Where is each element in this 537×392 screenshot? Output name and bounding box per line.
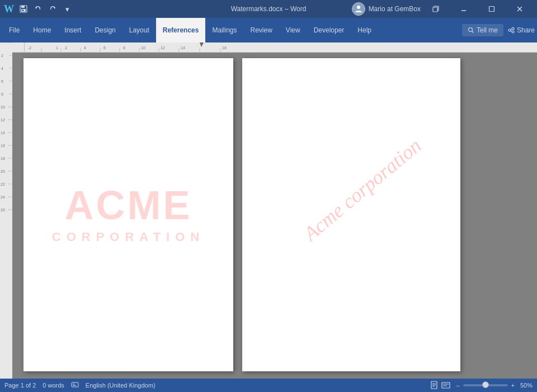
svg-line-14 [472, 31, 473, 33]
tab-references[interactable]: References [156, 18, 206, 42]
user-name: Mario at GemBox [369, 5, 421, 13]
title-bar-title: Watermarks.docx – Word [231, 5, 307, 13]
avatar [352, 2, 365, 16]
tell-me-input[interactable]: Tell me [462, 24, 503, 36]
status-bar: Page 1 of 2 0 words English (United King… [0, 379, 537, 392]
svg-line-18 [511, 29, 512, 30]
watermark-acme: ACME CORPORATION [52, 185, 205, 244]
body-area: 2 4 6 8 10 12 14 16 18 [0, 42, 537, 379]
document-area: ACME CORPORATION Acme corporation [12, 53, 537, 379]
svg-text:22: 22 [1, 182, 5, 186]
zoom-thumb [482, 381, 489, 388]
tell-me-label: Tell me [477, 26, 498, 34]
minimize-button[interactable] [451, 0, 477, 18]
svg-point-13 [468, 28, 472, 32]
svg-text:24: 24 [1, 195, 5, 199]
svg-text:26: 26 [1, 208, 5, 212]
svg-rect-8 [433, 7, 437, 12]
tab-developer[interactable]: Developer [307, 18, 351, 42]
ruler-corner [12, 42, 25, 53]
tab-design[interactable]: Design [88, 18, 122, 42]
svg-text:18: 18 [222, 46, 227, 50]
view-icons [430, 381, 450, 390]
language: English (United Kingdom) [86, 382, 156, 389]
svg-text:10: 10 [141, 46, 145, 50]
user-section[interactable]: Mario at GemBox [352, 2, 421, 16]
svg-text:6: 6 [103, 46, 106, 50]
word-icon: W [4, 4, 13, 13]
vertical-ruler: 2 4 6 8 10 12 14 16 18 [0, 42, 12, 379]
zoom-level: 50% [520, 382, 533, 389]
share-label: Share [517, 26, 535, 34]
zoom-minus-button[interactable]: – [455, 382, 460, 389]
svg-text:4: 4 [1, 67, 3, 70]
tab-review[interactable]: Review [244, 18, 279, 42]
svg-text:12: 12 [161, 46, 165, 50]
svg-text:2: 2 [1, 54, 3, 58]
save-button[interactable] [17, 2, 30, 16]
restore-down-button[interactable] [423, 0, 449, 18]
redo-button[interactable] [46, 2, 59, 16]
ruler-h: -2 1 2 4 6 8 10 [25, 42, 537, 53]
tab-help[interactable]: Help [351, 18, 378, 42]
tab-mailings[interactable]: Mailings [205, 18, 243, 42]
watermark-text: Acme corporation [299, 134, 426, 245]
svg-point-6 [357, 6, 360, 9]
title-bar: W ▾ Watermarks.docx – Word [0, 0, 537, 18]
share-button[interactable]: Share [508, 26, 535, 34]
watermark-acme-text: ACME [52, 185, 205, 225]
svg-text:1: 1 [56, 46, 58, 50]
svg-point-15 [512, 27, 514, 30]
svg-line-19 [511, 31, 512, 31]
ribbon-right: Tell me Share [462, 24, 535, 36]
svg-text:8: 8 [1, 92, 3, 96]
tab-layout[interactable]: Layout [123, 18, 156, 42]
svg-rect-1 [21, 6, 25, 8]
svg-text:12: 12 [1, 118, 5, 122]
customize-qa-button[interactable]: ▾ [60, 2, 74, 16]
undo-button[interactable] [31, 2, 45, 16]
quick-access-toolbar: ▾ [17, 2, 74, 16]
tab-insert[interactable]: Insert [58, 18, 88, 42]
zoom-plus-button[interactable]: + [510, 382, 516, 389]
title-bar-right: Mario at GemBox [352, 0, 533, 18]
page-1: ACME CORPORATION [23, 58, 233, 371]
svg-text:-2: -2 [28, 46, 31, 50]
svg-text:14: 14 [1, 131, 5, 135]
close-button[interactable] [507, 0, 533, 18]
page-2: Acme corporation [242, 58, 460, 371]
svg-text:14: 14 [181, 46, 185, 50]
zoom-slider[interactable] [463, 384, 508, 386]
svg-text:18: 18 [1, 157, 5, 160]
track-changes-icon [71, 381, 79, 390]
title-bar-left: W ▾ [4, 2, 74, 16]
svg-text:8: 8 [123, 46, 125, 50]
svg-point-16 [508, 29, 511, 31]
word-count: 0 words [43, 382, 64, 389]
svg-rect-3 [22, 10, 23, 11]
svg-text:2: 2 [65, 46, 67, 50]
tab-file[interactable]: File [2, 18, 26, 42]
svg-text:20: 20 [1, 169, 5, 173]
horizontal-ruler: -2 1 2 4 6 8 10 [12, 42, 537, 53]
status-right: – + 50% [430, 381, 533, 390]
watermark-corp-text: CORPORATION [52, 230, 205, 244]
svg-text:4: 4 [84, 46, 86, 50]
svg-rect-70 [72, 382, 78, 387]
svg-point-17 [512, 31, 514, 33]
ribbon: File Home Insert Design Layout Reference… [0, 18, 537, 42]
svg-rect-10 [489, 7, 494, 12]
svg-rect-48 [25, 42, 537, 53]
web-layout-icon[interactable] [441, 381, 450, 390]
svg-text:10: 10 [1, 105, 5, 109]
svg-text:6: 6 [1, 79, 3, 83]
print-layout-icon[interactable] [430, 381, 439, 390]
svg-rect-77 [442, 382, 450, 388]
maximize-button[interactable] [479, 0, 505, 18]
app-window: W ▾ Watermarks.docx – Word [0, 0, 537, 392]
svg-text:16: 16 [1, 144, 5, 148]
page-info: Page 1 of 2 [4, 382, 36, 389]
tab-home[interactable]: Home [26, 18, 58, 42]
zoom-controls: – + 50% [455, 382, 533, 389]
tab-view[interactable]: View [279, 18, 307, 42]
